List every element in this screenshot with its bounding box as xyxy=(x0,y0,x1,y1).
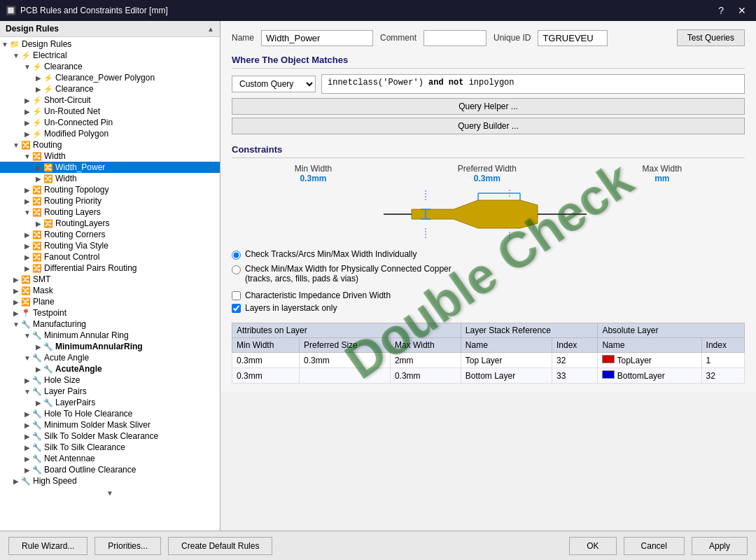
expand-icon[interactable]: ▶ xyxy=(22,242,32,250)
tree-item-plane[interactable]: ▶🔀Plane xyxy=(0,296,220,307)
tree-item-fanout-control[interactable]: ▶🔀Fanout Control xyxy=(0,251,220,262)
tree-item-modified-polygon[interactable]: ▶⚡Modified Polygon xyxy=(0,128,220,139)
tree-item-width-power[interactable]: ▶🔀Width_Power xyxy=(0,162,220,173)
expand-icon[interactable]: ▶ xyxy=(22,410,32,418)
expand-icon[interactable]: ▼ xyxy=(22,153,32,160)
tree-item-design-rules[interactable]: ▼📁Design Rules xyxy=(0,38,220,50)
query-helper-button[interactable]: Query Helper ... xyxy=(232,98,745,115)
tree-item-testpoint[interactable]: ▶📍Testpoint xyxy=(0,307,220,318)
expand-icon[interactable]: ▶ xyxy=(11,287,21,295)
tree-item-routing-corners[interactable]: ▶🔀Routing Corners xyxy=(0,229,220,240)
comment-input[interactable] xyxy=(424,30,486,46)
tree-item-clearance-group[interactable]: ▼⚡Clearance xyxy=(0,61,220,72)
expand-icon[interactable]: ▶ xyxy=(11,309,21,317)
expand-icon[interactable]: ▶ xyxy=(22,433,32,440)
tree-item-routing-layers-leaf[interactable]: ▶🔀RoutingLayers xyxy=(0,218,220,229)
impedance-checkbox[interactable] xyxy=(232,291,241,300)
expand-icon[interactable]: ▶ xyxy=(22,377,32,384)
tree-item-min-solder-mask[interactable]: ▶🔧Minimum Solder Mask Sliver xyxy=(0,419,220,430)
tree-item-acute-angle-leaf[interactable]: ▶🔧AcuteAngle xyxy=(0,363,220,374)
tree-item-net-antennae[interactable]: ▶🔧Net Antennae xyxy=(0,453,220,464)
expand-icon[interactable]: ▶ xyxy=(34,164,43,172)
tree-item-diff-pairs[interactable]: ▶🔀Differential Pairs Routing xyxy=(0,262,220,274)
expand-icon[interactable]: ▶ xyxy=(11,298,21,306)
tree-item-width[interactable]: ▶🔀Width xyxy=(0,173,220,184)
expand-icon[interactable]: ▶ xyxy=(34,365,43,373)
ok-button[interactable]: OK xyxy=(569,537,616,555)
expand-icon[interactable]: ▶ xyxy=(34,399,43,407)
apply-button[interactable]: Apply xyxy=(692,537,748,555)
expand-icon[interactable]: ▼ xyxy=(11,141,21,149)
scroll-up-arrow[interactable]: ▲ xyxy=(207,25,214,33)
rule-wizard-button[interactable]: Rule Wizard... xyxy=(8,537,88,555)
expand-icon[interactable]: ▶ xyxy=(22,97,32,104)
tree-item-routing[interactable]: ▼🔀Routing xyxy=(0,139,220,150)
layerstack-checkbox[interactable] xyxy=(232,304,241,313)
tree-item-hole-to-hole[interactable]: ▶🔧Hole To Hole Clearance xyxy=(0,408,220,419)
expand-icon[interactable]: ▼ xyxy=(22,332,32,340)
expand-icon[interactable]: ▼ xyxy=(22,388,32,396)
tree-item-un-connected-pin[interactable]: ▶⚡Un-Connected Pin xyxy=(0,117,220,128)
tree-item-routing-priority[interactable]: ▶🔀Routing Priority xyxy=(0,195,220,206)
tree-item-hole-size[interactable]: ▶🔧Hole Size xyxy=(0,374,220,386)
create-default-button[interactable]: Create Default Rules xyxy=(168,537,272,555)
tree-item-electrical[interactable]: ▼⚡Electrical xyxy=(0,50,220,61)
expand-icon[interactable]: ▼ xyxy=(11,52,21,59)
expand-icon[interactable]: ▼ xyxy=(11,321,21,328)
expand-icon[interactable]: ▶ xyxy=(22,186,32,194)
expand-icon[interactable]: ▶ xyxy=(34,343,43,351)
tree-item-un-routed-net[interactable]: ▶⚡Un-Routed Net xyxy=(0,106,220,117)
tree-item-silk-solder-mask[interactable]: ▶🔧Silk To Solder Mask Clearance xyxy=(0,430,220,442)
radio-connected[interactable] xyxy=(232,265,241,274)
expand-icon[interactable]: ▶ xyxy=(22,119,32,127)
expand-icon[interactable]: ▼ xyxy=(22,63,32,71)
tree-item-smt[interactable]: ▶🔀SMT xyxy=(0,274,220,285)
tree-item-routing-layers[interactable]: ▼🔀Routing Layers xyxy=(0,206,220,218)
tree-item-short-circuit[interactable]: ▶⚡Short-Circuit xyxy=(0,94,220,106)
test-queries-button[interactable]: Test Queries xyxy=(677,29,745,46)
tree-item-routing-via-style[interactable]: ▶🔀Routing Via Style xyxy=(0,240,220,251)
tree-item-routing-topology[interactable]: ▶🔀Routing Topology xyxy=(0,184,220,195)
expand-icon[interactable]: ▼ xyxy=(0,41,10,48)
tree-item-clearance[interactable]: ▶⚡Clearance xyxy=(0,83,220,94)
tree-item-silk-silk[interactable]: ▶🔧Silk To Silk Clearance xyxy=(0,442,220,453)
expand-icon[interactable]: ▶ xyxy=(22,253,32,261)
tree-item-width-group[interactable]: ▼🔀Width xyxy=(0,150,220,162)
scroll-down-arrow[interactable]: ▼ xyxy=(106,489,113,497)
tree-item-high-speed[interactable]: ▶🔧High Speed xyxy=(0,475,220,486)
expand-icon[interactable]: ▶ xyxy=(22,130,32,138)
expand-icon[interactable]: ▶ xyxy=(22,231,32,239)
expand-icon[interactable]: ▶ xyxy=(22,197,32,205)
tree-item-clearance-power[interactable]: ▶⚡Clearance_Power Polygon xyxy=(0,72,220,83)
expand-icon[interactable]: ▶ xyxy=(22,444,32,451)
expand-icon[interactable]: ▶ xyxy=(34,175,43,183)
expand-icon[interactable]: ▶ xyxy=(22,421,32,429)
tree-item-min-annular-ring[interactable]: ▼🔧Minimum Annular Ring xyxy=(0,330,220,341)
expand-icon[interactable]: ▶ xyxy=(22,108,32,115)
expand-icon[interactable]: ▶ xyxy=(11,477,21,485)
tree-item-layer-pairs-leaf[interactable]: ▶🔧LayerPairs xyxy=(0,397,220,408)
name-input[interactable] xyxy=(261,30,373,46)
tree-item-layer-pairs[interactable]: ▼🔧Layer Pairs xyxy=(0,386,220,397)
expand-icon[interactable]: ▶ xyxy=(34,74,43,82)
tree-item-acute-angle[interactable]: ▼🔧Acute Angle xyxy=(0,352,220,363)
expand-icon[interactable]: ▼ xyxy=(22,209,32,216)
expand-icon[interactable]: ▶ xyxy=(34,220,43,227)
query-builder-button[interactable]: Query Builder ... xyxy=(232,118,745,134)
unique-id-input[interactable] xyxy=(538,30,608,46)
query-type-select[interactable]: Custom Query Query Helper _ All xyxy=(232,76,316,92)
tree-item-mask[interactable]: ▶🔀Mask xyxy=(0,285,220,296)
expand-icon[interactable]: ▶ xyxy=(22,466,32,474)
close-button[interactable]: ✕ xyxy=(734,4,750,18)
help-button[interactable]: ? xyxy=(714,4,728,18)
expand-icon[interactable]: ▼ xyxy=(22,354,32,362)
tree-item-manufacturing[interactable]: ▼🔧Manufacturing xyxy=(0,318,220,330)
expand-icon[interactable]: ▶ xyxy=(34,85,43,93)
expand-icon[interactable]: ▶ xyxy=(11,276,21,284)
priorities-button[interactable]: Priorities... xyxy=(94,537,161,555)
tree-item-board-outline[interactable]: ▶🔧Board Outline Clearance xyxy=(0,464,220,475)
radio-individual[interactable] xyxy=(232,251,241,260)
expand-icon[interactable]: ▶ xyxy=(22,265,32,272)
tree-item-min-annular-ring-leaf[interactable]: ▶🔧MinimumAnnularRing xyxy=(0,341,220,352)
cancel-button[interactable]: Cancel xyxy=(624,537,685,555)
